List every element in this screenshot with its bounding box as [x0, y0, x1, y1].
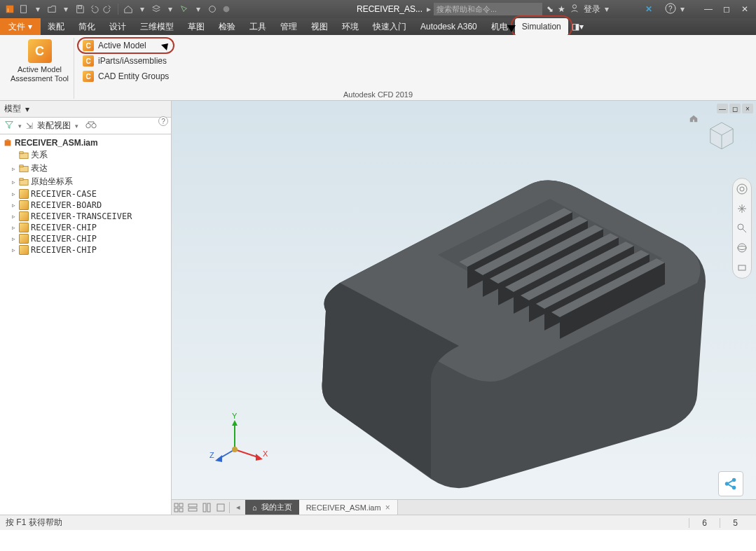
dropdown-icon[interactable]: ▾	[193, 4, 204, 15]
home-icon[interactable]	[123, 4, 134, 15]
tile-h-icon[interactable]	[186, 501, 200, 515]
tab-simulation[interactable]: Simulation	[515, 18, 568, 35]
tab-label: 我的主页	[261, 502, 292, 512]
tab-close-icon[interactable]: ×	[385, 503, 390, 512]
redo-icon[interactable]	[102, 4, 114, 15]
tree-node[interactable]: ▹表达	[1, 162, 170, 175]
tab-3dmodel[interactable]: 三维模型	[133, 18, 181, 35]
open-icon[interactable]	[46, 4, 57, 15]
tree-node[interactable]: ▹RECEIVER-CASE	[1, 188, 170, 200]
steering-wheel-icon[interactable]	[736, 183, 748, 195]
folder-icon	[19, 177, 29, 187]
viewport[interactable]: — ◻ × Y X Z	[172, 101, 756, 515]
browser-toolbar: ▾ ⇲ 装配视图 ▾	[0, 118, 171, 134]
tab-inspect[interactable]: 检验	[212, 18, 242, 35]
tree-twisty-icon[interactable]: ▹	[10, 213, 17, 220]
find-icon[interactable]	[85, 120, 97, 131]
svg-rect-18	[20, 165, 23, 167]
layers-icon[interactable]	[151, 4, 162, 15]
svg-point-23	[738, 224, 743, 230]
viewport-close-icon[interactable]: ×	[742, 104, 753, 113]
ribbon-item-iparts[interactable]: C iParts/iAssemblies	[80, 55, 172, 67]
viewcube-home-icon[interactable]	[689, 113, 699, 125]
dropdown-icon[interactable]: ▾	[137, 4, 148, 15]
material-icon[interactable]	[207, 4, 218, 15]
tree-twisty-icon[interactable]: ▹	[10, 224, 17, 231]
ribbon-item-label: CAD Entity Groups	[98, 71, 169, 81]
viewport-maximize-icon[interactable]: ◻	[729, 104, 741, 113]
pan-icon[interactable]	[736, 202, 748, 215]
tree-twisty-icon[interactable]: ▹	[10, 235, 17, 242]
orbit-icon[interactable]	[736, 242, 748, 254]
ribbon-collapse-icon[interactable]: ◨▾	[568, 18, 588, 35]
search-dropdown-icon[interactable]: ▸	[427, 4, 431, 14]
tab-view[interactable]: 视图	[304, 18, 335, 35]
tree-node[interactable]: ▹RECEIVER-BOARD	[1, 200, 170, 211]
tree-root[interactable]: RECEIVER_ASM.iam	[1, 137, 170, 148]
user-icon	[570, 4, 579, 15]
undo-icon[interactable]	[88, 4, 99, 15]
tab-a360[interactable]: Autodesk A360	[413, 18, 484, 35]
select-icon[interactable]	[179, 4, 190, 15]
maximize-button[interactable]: ◻	[720, 2, 734, 16]
tree-node[interactable]: ▹原始坐标系	[1, 175, 170, 188]
ribbon: C Active Model Assessment Tool C Active …	[0, 35, 756, 101]
svg-marker-32	[232, 420, 238, 426]
lookat-icon[interactable]	[736, 261, 748, 274]
prev-tab-icon[interactable]: ◂	[231, 501, 245, 515]
new-icon[interactable]	[18, 4, 29, 15]
pointer-icon[interactable]: ⬊	[547, 4, 554, 14]
help-search-input[interactable]	[434, 3, 542, 15]
dropdown-icon[interactable]: ▾	[75, 123, 78, 130]
tab-design[interactable]: 设计	[102, 18, 133, 35]
tree-twisty-icon[interactable]: ▹	[10, 179, 17, 186]
ribbon-item-cad-entity[interactable]: C CAD Entity Groups	[80, 70, 172, 83]
dropdown-icon[interactable]: ▾	[60, 4, 71, 15]
filter-icon[interactable]	[4, 120, 14, 132]
dropdown-icon[interactable]: ▾	[18, 123, 22, 130]
tab-document[interactable]: RECEIVER_ASM.iam ×	[299, 500, 398, 515]
tree-node[interactable]: ▹RECEIVER-CHIP	[1, 222, 170, 233]
exchange-icon[interactable]: ✕	[645, 4, 652, 14]
star-icon[interactable]: ★	[558, 4, 565, 14]
tile-single-icon[interactable]	[214, 501, 228, 515]
tab-my-home[interactable]: ⌂ 我的主页	[245, 500, 299, 515]
minimize-button[interactable]: —	[701, 2, 715, 16]
tile-icon[interactable]	[172, 501, 186, 515]
tab-mech[interactable]: 机电	[484, 18, 515, 35]
ribbon-item-active-model[interactable]: C Active Model	[80, 39, 172, 52]
tab-quickstart[interactable]: 快速入门	[366, 18, 413, 35]
viewport-minimize-icon[interactable]: —	[717, 104, 728, 113]
help-icon[interactable]: ?	[665, 3, 676, 16]
expand-icon[interactable]: ⇲	[26, 121, 33, 131]
tab-simplify[interactable]: 简化	[71, 18, 102, 35]
tab-manage[interactable]: 管理	[273, 18, 304, 35]
panel-help-icon[interactable]: ?	[158, 116, 168, 126]
zoom-icon[interactable]	[736, 222, 748, 235]
tree-twisty-icon[interactable]: ▹	[10, 165, 17, 172]
tree-node[interactable]: 关系	[1, 148, 170, 162]
tree-node[interactable]: ▹RECEIVER-CHIP	[1, 244, 170, 256]
tree-twisty-icon[interactable]: ▹	[10, 246, 17, 253]
tab-assemble[interactable]: 装配	[41, 18, 71, 35]
tile-v-icon[interactable]	[200, 501, 214, 515]
menu-bar: 文件▾ 装配 简化 设计 三维模型 草图 检验 工具 管理 视图 环境 快速入门…	[0, 18, 756, 35]
tree-node[interactable]: ▹RECEIVER-CHIP	[1, 233, 170, 244]
tab-file[interactable]: 文件▾	[0, 18, 41, 35]
workspace: × 模型 ▾ ? ▾ ⇲ 装配视图 ▾ RECEIVER_ASM.iam 关系▹…	[0, 101, 756, 515]
tree-node[interactable]: ▹RECEIVER-TRANSCEIVER	[1, 211, 170, 222]
login-link[interactable]: 登录	[584, 4, 600, 15]
dropdown-icon[interactable]: ▾	[25, 104, 29, 114]
part-icon	[19, 234, 29, 244]
appearance-icon[interactable]	[221, 4, 232, 15]
dropdown-icon[interactable]: ▾	[165, 4, 176, 15]
dropdown-icon[interactable]: ▾	[32, 4, 43, 15]
tab-tools[interactable]: 工具	[242, 18, 273, 35]
tree-twisty-icon[interactable]: ▹	[10, 190, 17, 197]
tab-sketch[interactable]: 草图	[181, 18, 212, 35]
tree-twisty-icon[interactable]: ▹	[10, 202, 17, 209]
close-button[interactable]: ✕	[738, 2, 752, 16]
save-icon[interactable]	[74, 4, 85, 15]
ribbon-big-button[interactable]: C Active Model Assessment Tool	[6, 38, 74, 99]
tab-env[interactable]: 环境	[335, 18, 366, 35]
